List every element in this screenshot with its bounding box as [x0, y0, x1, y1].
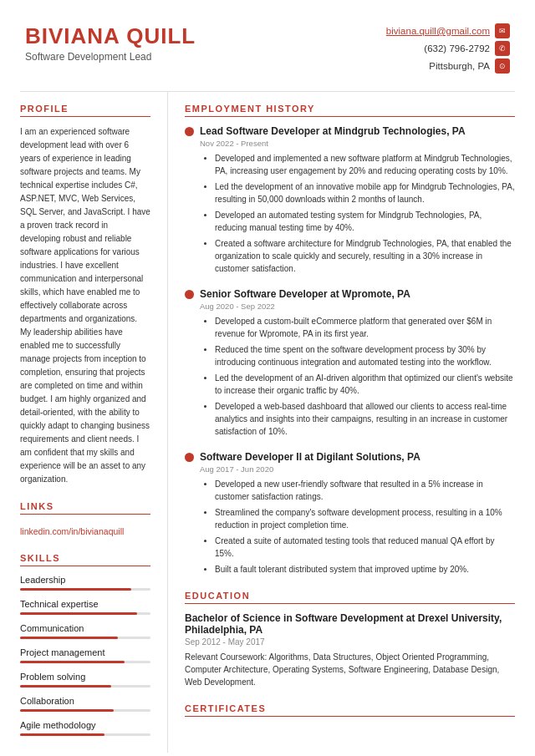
skill-item: Technical expertise: [20, 599, 150, 615]
skill-item: Problem solving: [20, 672, 150, 688]
job-bullet: Created a software architecture for Mind…: [215, 237, 515, 275]
skill-bar-fill: [20, 588, 131, 591]
skill-bar-fill: [20, 685, 111, 688]
location-icon: ⊙: [495, 58, 510, 74]
job-bullets: Developed a new user-friendly software t…: [205, 478, 515, 576]
skill-name: Project management: [20, 647, 150, 657]
job-dates: Aug 2020 - Sep 2022: [200, 302, 515, 311]
job-bullet: Streamlined the company's software devel…: [215, 506, 515, 531]
certificates-section-title: CERTIFICATES: [185, 703, 515, 717]
skill-name: Technical expertise: [20, 599, 150, 609]
skill-bar-background: [20, 637, 150, 639]
skill-item: Leadership: [20, 575, 150, 591]
phone-icon: ✆: [495, 41, 510, 56]
skill-name: Problem solving: [20, 672, 150, 682]
edu-degree: Bachelor of Science in Software Developm…: [185, 612, 515, 636]
skills-list: Leadership Technical expertise Communica…: [20, 575, 150, 736]
resume-page: BIVIANA QUILL Software Development Lead …: [0, 0, 535, 756]
edu-coursework: Relevant Coursework: Algorithms, Data St…: [185, 651, 515, 688]
linkedin-link[interactable]: linkedin.com/in/bivianaquill: [20, 526, 124, 536]
job-entry: Lead Software Developer at Mindgrub Tech…: [185, 125, 515, 275]
header-right: biviana.quill@gmail.com ✉ (632) 796-2792…: [386, 23, 510, 76]
job-bullet: Built a fault tolerant distributed syste…: [215, 563, 515, 576]
job-bullet: Reduced the time spent on the software d…: [215, 343, 515, 368]
job-title: Software Developer II at Digilant Soluti…: [200, 451, 420, 463]
links-section: linkedin.com/in/bivianaquill: [20, 523, 150, 538]
links-section-title: LINKS: [20, 501, 150, 515]
job-dot: [185, 127, 194, 136]
skill-bar-background: [20, 661, 150, 663]
job-entry: Software Developer II at Digilant Soluti…: [185, 451, 515, 576]
header-left: BIVIANA QUILL Software Development Lead: [25, 23, 196, 63]
job-title: Lead Software Developer at Mindgrub Tech…: [200, 125, 466, 137]
job-bullet: Created a suite of automated testing too…: [215, 535, 515, 560]
job-header: Software Developer II at Digilant Soluti…: [185, 451, 515, 463]
candidate-name: BIVIANA QUILL: [25, 23, 196, 49]
job-dates: Aug 2017 - Jun 2020: [200, 464, 515, 474]
skill-bar-fill: [20, 661, 125, 663]
email-row: biviana.quill@gmail.com ✉: [386, 23, 510, 38]
education-block: Bachelor of Science in Software Developm…: [185, 612, 515, 688]
location-text: Pittsburgh, PA: [429, 61, 490, 71]
skill-item: Agile methodology: [20, 720, 150, 736]
skill-bar-fill: [20, 709, 114, 712]
skill-bar-background: [20, 612, 150, 615]
skill-name: Communication: [20, 623, 150, 633]
profile-text: I am an experienced software development…: [20, 125, 150, 486]
skills-section-title: SKILLS: [20, 553, 150, 566]
skill-name: Collaboration: [20, 696, 150, 706]
job-bullet: Developed a new user-friendly software t…: [215, 478, 515, 503]
job-bullet: Developed a custom-built eCommerce platf…: [215, 315, 515, 340]
skill-bar-background: [20, 733, 150, 736]
main-content: PROFILE I am an experienced software dev…: [0, 92, 535, 756]
job-header: Senior Software Developer at Wpromote, P…: [185, 288, 515, 300]
phone-text: (632) 796-2792: [424, 43, 490, 53]
job-dot: [185, 290, 194, 299]
skill-item: Communication: [20, 623, 150, 639]
skill-item: Collaboration: [20, 696, 150, 712]
skill-name: Leadership: [20, 575, 150, 585]
left-column: PROFILE I am an experienced software dev…: [0, 92, 167, 753]
job-bullet: Developed and implemented a new software…: [215, 152, 515, 177]
skill-item: Project management: [20, 647, 150, 663]
job-bullet: Developed an automated testing system fo…: [215, 209, 515, 234]
right-column: EMPLOYMENT HISTORY Lead Software Develop…: [167, 92, 535, 753]
skill-bar-background: [20, 709, 150, 712]
job-bullets: Developed a custom-built eCommerce platf…: [205, 315, 515, 438]
job-title: Senior Software Developer at Wpromote, P…: [200, 288, 410, 300]
phone-row: (632) 796-2792 ✆: [386, 41, 510, 56]
skill-bar-background: [20, 685, 150, 688]
skill-name: Agile methodology: [20, 720, 150, 730]
skill-bar-fill: [20, 637, 118, 639]
location-row: Pittsburgh, PA ⊙: [386, 58, 510, 74]
job-bullets: Developed and implemented a new software…: [205, 152, 515, 275]
email-text: biviana.quill@gmail.com: [386, 26, 490, 36]
job-header: Lead Software Developer at Mindgrub Tech…: [185, 125, 515, 137]
job-bullet: Led the development of an AI-driven algo…: [215, 372, 515, 397]
job-entry: Senior Software Developer at Wpromote, P…: [185, 288, 515, 438]
header: BIVIANA QUILL Software Development Lead …: [0, 0, 535, 91]
job-bullet: Developed a web-based dashboard that all…: [215, 400, 515, 438]
education-section-title: EDUCATION: [185, 591, 515, 604]
job-dates: Nov 2022 - Present: [200, 139, 515, 148]
employment-section-title: EMPLOYMENT HISTORY: [185, 104, 515, 117]
email-icon: ✉: [495, 23, 510, 38]
skill-bar-fill: [20, 612, 137, 615]
job-dot: [185, 453, 194, 462]
candidate-title: Software Development Lead: [25, 51, 196, 63]
profile-section-title: PROFILE: [20, 104, 150, 117]
edu-dates: Sep 2012 - May 2017: [185, 637, 515, 647]
skill-bar-fill: [20, 733, 104, 736]
job-bullet: Led the development of an innovative mob…: [215, 180, 515, 205]
skill-bar-background: [20, 588, 150, 591]
jobs-list: Lead Software Developer at Mindgrub Tech…: [185, 125, 515, 576]
